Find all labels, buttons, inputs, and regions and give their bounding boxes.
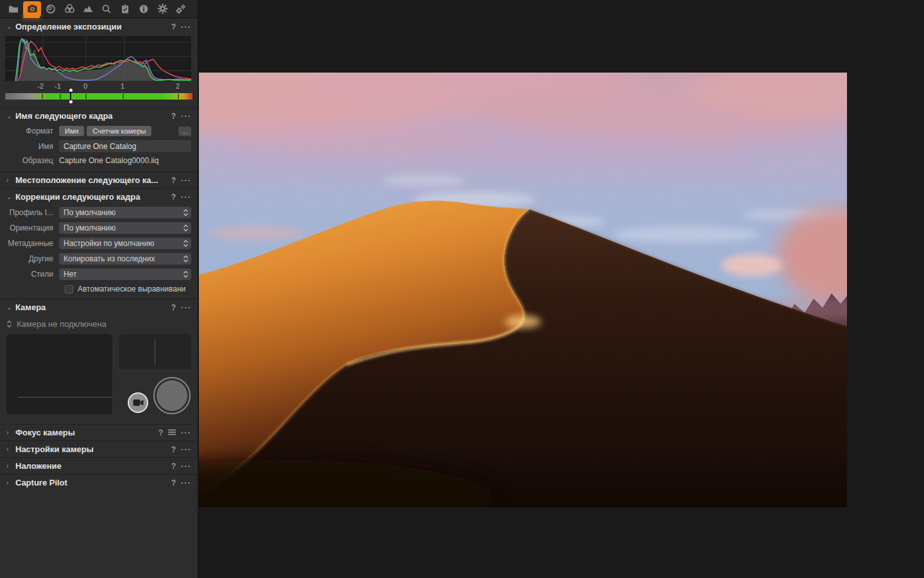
live-view-button[interactable] [128,392,148,413]
panel-menu-button[interactable]: ··· [181,302,191,312]
panel-title: Capture Pilot [15,478,166,487]
panel-menu-button[interactable]: ··· [181,192,191,202]
info-icon [139,4,149,14]
panel-title: Наложение [15,461,166,471]
exposure-marker-dot [69,89,73,92]
help-button[interactable]: ? [171,193,176,202]
panel-title: Определение экспозиции [15,22,166,31]
camera-lcd-display [6,334,112,414]
lens-tab[interactable] [42,1,60,17]
details-tab[interactable] [98,1,116,17]
exposure-dial-needle [155,339,155,365]
camera-selector[interactable]: Камера не подключена [0,315,198,331]
panel-menu-button[interactable]: ··· [181,461,191,471]
capture-pilot-panel-header[interactable]: › Capture Pilot ? ··· [0,475,198,491]
chevron-right-icon: › [6,177,15,184]
exposure-dial-display [119,334,191,369]
panel-camera-focus: › Фокус камеры ? ··· [0,424,198,441]
exposure-marker-dot [69,100,73,103]
panel-title: Камера [15,302,166,312]
info-tab[interactable] [135,1,153,17]
panel-camera: ⌄ Камера ? ··· Камера не подключена [0,299,198,424]
panel-menu-button[interactable]: ··· [181,175,191,185]
format-more-button[interactable]: ... [178,127,191,136]
auto-align-checkbox[interactable] [65,285,73,293]
library-tab[interactable] [4,1,22,17]
help-button[interactable]: ? [171,176,176,185]
exposure-marker[interactable] [70,92,71,101]
process-gears-icon [175,3,187,15]
panel-menu-button[interactable]: ··· [181,478,191,487]
orientation-dropdown[interactable]: По умолчанию [59,222,191,234]
chevron-down-icon: ⌄ [6,24,15,30]
dropdown-value: Настройки по умолчанию [64,239,183,248]
shutter-inner-circle [157,380,187,411]
help-button[interactable]: ? [171,112,176,121]
exposure-panel-header[interactable]: ⌄ Определение экспозиции ? ··· [0,19,198,35]
exposure-scale-labels: -2-1012 [5,82,193,92]
chevron-right-icon: › [6,480,15,486]
location-panel-header[interactable]: › Местоположение следующего ка... ? ··· [0,172,198,188]
process-tab[interactable] [172,1,190,17]
panel-exposure-evaluation: ⌄ Определение экспозиции ? ··· -2-1012 [0,18,198,100]
naming-panel-header[interactable]: ⌄ Имя следующего кадра ? ··· [0,108,198,124]
metadata-tab[interactable] [116,1,134,17]
panel-title: Имя следующего кадра [15,111,166,121]
panel-camera-settings: › Настройки камеры ? ··· [0,441,198,457]
tool-tabs-toolbar [0,0,198,18]
dropdown-value: По умолчанию [64,223,183,232]
stepper-icon [6,320,12,328]
panel-menu-button[interactable]: ··· [181,428,191,437]
chevron-down-icon: ⌄ [6,194,15,200]
panel-menu-button[interactable]: ··· [181,22,191,31]
capture-tab[interactable] [23,1,41,17]
exposure-meter-bar[interactable] [5,93,193,100]
ev-label: 2 [176,82,180,90]
lcd-baseline [18,397,113,398]
orientation-label: Ориентация [0,223,59,232]
magnifier-icon [101,4,112,14]
metadata-dropdown[interactable]: Настройки по умолчанию [59,238,191,249]
gear-icon [157,3,168,14]
settings-panel-header[interactable]: › Настройки камеры ? ··· [0,441,198,457]
help-button[interactable]: ? [171,303,176,312]
capture-shutter-button[interactable] [153,377,191,414]
panel-menu-button[interactable]: ··· [181,111,191,121]
color-wheels-icon [64,3,75,14]
styles-dropdown[interactable]: Нет [59,268,191,280]
meter-tick [85,94,87,99]
format-token-camera-counter[interactable]: Счетчик камеры [87,126,151,136]
camera-panel-header[interactable]: ⌄ Камера ? ··· [0,299,198,315]
histogram [5,36,193,81]
dropdown-value: По умолчанию [64,208,183,217]
chevron-right-icon: › [6,446,15,453]
ev-label: 1 [121,82,124,90]
panel-next-capture-location: › Местоположение следующего ка... ? ··· [0,171,198,188]
exposure-tab[interactable] [79,1,97,17]
help-button[interactable]: ? [171,478,176,487]
settings-tab[interactable] [153,1,171,17]
help-button[interactable]: ? [158,428,163,437]
dropdown-value: Нет [64,270,183,279]
panel-menu-button[interactable]: ··· [181,444,191,454]
help-button[interactable]: ? [171,462,176,471]
meter-tick [60,94,61,99]
format-token-name[interactable]: Имя [59,126,84,136]
focus-panel-header[interactable]: › Фокус камеры ? ··· [0,425,198,441]
list-menu-icon[interactable] [168,428,176,437]
adjustments-panel-header[interactable]: ⌄ Коррекции следующего кадра ? ··· [0,189,198,205]
panel-title: Коррекции следующего кадра [15,192,166,202]
panel-capture-pilot: › Capture Pilot ? ··· [0,474,198,491]
sample-filename: Capture One Catalog0000.iiq [59,156,158,165]
help-button[interactable]: ? [171,445,176,454]
active-tab-underline [23,16,40,18]
photo-mojave-dune [199,73,847,507]
meter-tick [178,94,179,99]
help-button[interactable]: ? [171,22,176,31]
other-dropdown[interactable]: Копировать из последних [59,253,191,265]
icc-profile-dropdown[interactable]: По умолчанию [59,207,191,218]
overlay-panel-header[interactable]: › Наложение ? ··· [0,458,198,474]
panel-next-capture-naming: ⌄ Имя следующего кадра ? ··· Формат Имя … [0,107,198,171]
color-tab[interactable] [60,1,78,17]
next-capture-name-input[interactable] [59,140,191,152]
